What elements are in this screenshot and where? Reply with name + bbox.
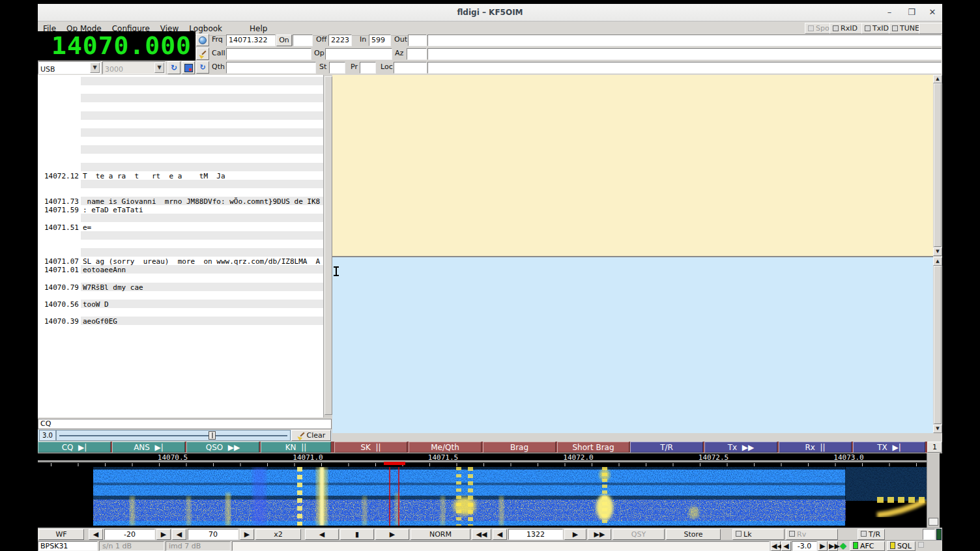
browser-row[interactable]: 14071.07SL ag (sorry ureau) more on www.… [38,257,323,266]
clear-button[interactable]: Clear [291,430,331,441]
upper-signal-inc[interactable]: ▶ [156,529,171,540]
tx-scrollbar[interactable]: ▲ ▼ [933,257,942,433]
macro-preview-line[interactable]: CQ [38,419,332,429]
close-icon[interactable]: ✕ [925,4,940,21]
chevron-down-icon[interactable]: ▼ [154,63,164,73]
loc-field[interactable] [394,62,427,74]
frq-field[interactable]: 14071.322 [226,35,276,46]
upper-signal-value[interactable]: -20 [104,529,155,540]
on-time-field[interactable] [293,35,313,46]
wf-stop-button[interactable]: ▮ [340,529,374,540]
clear-log-button[interactable] [196,48,209,60]
macro-button-tx[interactable]: Tx ▶▶ [704,442,777,453]
scroll-up-icon[interactable]: ▲ [933,257,942,266]
checkbox-icon [865,25,871,31]
macro-button-tr[interactable]: T/R [630,442,703,453]
macro-button-qso[interactable]: QSO ▶▶ [186,442,259,453]
macro-button-kn[interactable]: KN || [261,442,331,453]
freq-down-button[interactable]: ◀ [493,529,507,540]
slider-handle[interactable] [209,431,216,440]
wf-mode-button[interactable]: WF [38,529,84,540]
afc-coarse-down-button[interactable]: ◀◀ [771,541,781,551]
frequency-display[interactable]: 14070.000 [38,31,195,61]
pr-field[interactable] [360,62,376,74]
afc-down-button[interactable]: ◀ [781,541,791,551]
menu-help[interactable]: Help [244,22,272,36]
signal-range-inc[interactable]: ▶ [240,529,254,540]
macro-button-tx[interactable]: TX ▶| [853,442,925,453]
browser-row[interactable]: 14070.56tooW D [38,300,323,309]
freq-coarse-down-button[interactable]: ◀◀ [472,529,491,540]
afc-up-button[interactable]: ▶ [818,541,828,551]
sideband-select[interactable]: USB ▼ [38,61,101,74]
kpsql-toggle-button[interactable]: KPSQL [917,541,942,551]
notes-field-3[interactable] [427,62,942,74]
freq-up-button[interactable]: ▶ [564,529,586,540]
sql-toggle-button[interactable]: SQL [887,541,915,551]
browser-row[interactable]: 14070.39aeoGf0EG [38,317,323,326]
macro-button-cq[interactable]: CQ ▶| [38,442,111,453]
minimize-icon[interactable]: – [882,4,897,21]
scroll-up-icon[interactable]: ▲ [933,75,942,83]
qrz-lookup-button[interactable] [196,34,209,46]
wf-shift-left-button[interactable]: ◀ [305,529,339,540]
bandwidth-select[interactable]: 3000 ▼ [102,61,166,74]
qth-field[interactable] [226,62,316,74]
scroll-down-icon[interactable]: ▼ [933,247,942,256]
notes-field-1[interactable] [427,35,942,46]
wf-speed-button[interactable]: NORM [411,529,470,540]
op-field[interactable] [325,48,392,60]
on-button[interactable]: On [276,35,292,46]
off-time-field[interactable]: 2223 [328,35,352,46]
rst-out-field[interactable] [408,35,427,46]
macro-button-rx[interactable]: Rx || [779,442,852,453]
restore-frequency-button[interactable]: ↻ [167,61,180,74]
az-field[interactable] [407,48,427,60]
macro-button-meqth[interactable]: Me/Qth [409,442,482,453]
rst-in-field[interactable]: 599 [369,35,391,46]
macro-button-brag[interactable]: Brag [483,442,556,453]
txrx-checkbox[interactable]: T/R [857,529,885,540]
upper-signal-dec[interactable]: ◀ [89,529,103,540]
tx-text-panel[interactable] [332,257,933,433]
freq-coarse-up-button[interactable]: ▶▶ [588,529,611,540]
rxid-toggle-button[interactable]: RxID [829,23,866,34]
zoom-x2-button[interactable]: x2 [255,529,301,540]
scroll-down-icon[interactable]: ▼ [933,425,942,433]
browser-row[interactable]: 14071.51e= [38,223,323,232]
waterfall-right-slider[interactable] [927,453,940,528]
signal-range-dec[interactable]: ◀ [172,529,186,540]
waterfall-display[interactable] [38,467,927,526]
browser-row[interactable]: 14070.79W7RšBl dmy cae [38,283,323,292]
macro-button-ans[interactable]: ANS ▶| [112,442,185,453]
call-field[interactable] [226,48,311,60]
mode-status-button[interactable]: BPSK31 [38,541,98,551]
macro-button-shortbrag[interactable]: Short Brag [557,442,629,453]
title-bar[interactable]: fldigi – KF5OIM – ❒ ✕ [38,4,942,21]
chevron-down-icon[interactable]: ▼ [90,63,100,73]
store-button[interactable]: Store [666,529,721,540]
st-field[interactable] [329,62,345,74]
notes-field-2[interactable] [427,48,942,60]
audio-frequency-value[interactable]: 1322 [508,529,563,540]
macro-button-sk[interactable]: SK || [334,442,407,453]
signal-range-value[interactable]: 70 [188,529,238,540]
rx-text-panel[interactable] [332,75,933,257]
signal-browser[interactable]: 14072.12T te a ra t rt e a tM Ja14071.73… [38,75,324,417]
recall-log-button[interactable]: ↻ [196,61,209,74]
waterfall[interactable]: 14070.514071.014071.514072.014072.514073… [38,453,942,528]
maximize-icon[interactable]: ❒ [904,4,919,21]
wf-shift-right-button[interactable]: ▶ [375,529,409,540]
browser-row[interactable]: 14071.73 name is Giovanni mrno JM88DVfo:… [38,197,323,206]
lock-checkbox[interactable]: Lk [732,529,785,540]
browser-row[interactable]: 14071.01eotoaeeAnn [38,266,323,274]
browser-row[interactable]: 14071.59: eTaD eTaTati [38,206,323,214]
browser-scrollbar[interactable] [323,75,333,417]
config-dialog-button[interactable] [182,61,195,74]
rx-scrollbar[interactable]: ▲ ▼ [933,75,942,256]
macro-set-button[interactable]: 1 [927,442,942,453]
browser-row[interactable]: 14072.12T te a ra t rt e a tM Ja [38,172,323,180]
squelch-slider[interactable] [56,430,291,441]
afc-coarse-up-button[interactable]: ▶▶ [828,541,838,551]
afc-toggle-button[interactable]: AFC [850,541,885,551]
